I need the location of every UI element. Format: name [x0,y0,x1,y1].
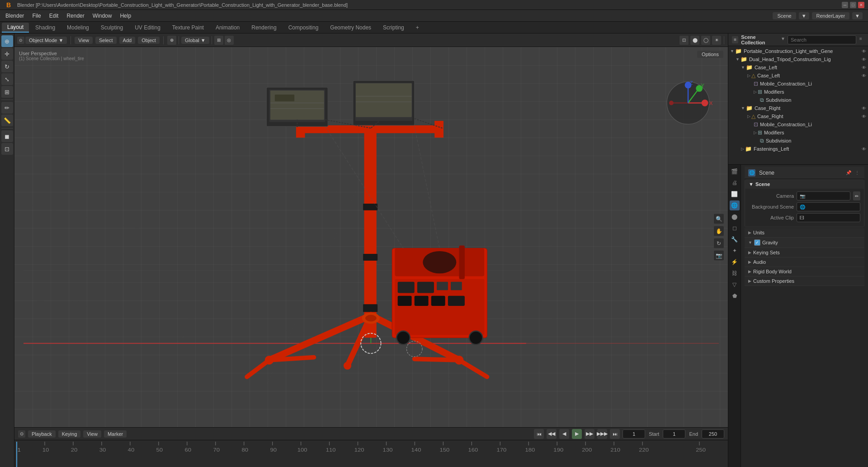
view-menu[interactable]: View [75,37,93,44]
zoom-in-btn[interactable]: 🔍 [713,214,724,224]
gravity-checkbox[interactable]: ✓ [754,239,760,246]
tab-texture-paint[interactable]: Texture Paint [167,23,209,32]
transform-tool[interactable]: ⊞ [1,86,13,98]
output-props-icon[interactable]: 🖨 [730,178,740,188]
outliner-options-icon[interactable]: ≡ [857,35,864,43]
physics-props-icon[interactable]: ⚡ [730,257,740,267]
maximize-button[interactable]: □ [850,2,856,8]
constraints-props-icon[interactable]: ⛓ [730,268,740,278]
viewport-mode-icon[interactable]: ⊙ [17,37,24,44]
add-object-tool[interactable]: ⊡ [1,143,13,155]
rotate-tool[interactable]: ↻ [1,61,13,72]
tab-animation[interactable]: Animation [210,23,245,32]
next-frame-btn[interactable]: ▶▶ [585,429,594,439]
outliner-item[interactable]: ▼ 📁 Case_Right 👁 [728,104,868,112]
units-collapse[interactable]: ▶ Units [745,228,864,238]
add-cube-tool[interactable]: ◼ [1,130,13,142]
prop-pin-icon[interactable]: 📌 [845,169,852,176]
prev-keyframe-btn[interactable]: ◀◀ [547,429,557,439]
wireframe-shading[interactable]: ⊡ [679,36,689,45]
scene-props-icon[interactable]: 🌐 [730,200,740,210]
camera-value-input[interactable]: 📷 [797,191,850,200]
view-layer-props-icon[interactable]: ⬜ [730,189,740,199]
outliner-mode-icon[interactable]: ≡ [732,36,738,43]
outliner-item[interactable]: ▷ ⊞ Modifiers [728,129,868,137]
timeline-view-menu[interactable]: View [83,430,101,438]
menu-file[interactable]: File [28,12,44,20]
tab-sculpting[interactable]: Sculpting [95,23,128,32]
start-frame-input[interactable] [663,429,685,438]
camera-view-btn[interactable]: 📷 [713,250,724,261]
menu-blender[interactable]: Blender [2,12,28,20]
scale-tool[interactable]: ⤡ [1,73,13,85]
current-frame-input[interactable] [623,429,645,438]
scene-section-header[interactable]: ▼ Scene [745,180,864,189]
rendered-shading[interactable]: ☀ [712,36,721,45]
object-menu[interactable]: Object [138,37,160,44]
viewport-options-button[interactable]: Options [697,51,723,58]
cursor-tool[interactable]: ⊕ [1,35,13,47]
close-button[interactable]: ✕ [858,2,864,8]
outliner-item[interactable]: ⊡ Mobile_Constraction_Li [728,120,868,129]
data-props-icon[interactable]: ▽ [730,280,740,290]
material-props-icon[interactable]: ⬟ [730,291,740,301]
outliner-item[interactable]: ▷ 📁 Fastenings_Left 👁 [728,145,868,153]
solid-shading[interactable]: ⬤ [690,36,699,45]
tab-rendering[interactable]: Rendering [246,23,282,32]
object-props-icon[interactable]: ◻ [730,223,740,233]
modifier-props-icon[interactable]: 🔧 [730,234,740,244]
measure-tool[interactable]: 📏 [1,114,13,126]
end-frame-input[interactable] [702,429,724,438]
audio-collapse[interactable]: ▶ Audio [745,257,864,267]
outliner-item[interactable]: ▷ ⊞ Modifiers [728,88,868,96]
tab-geometry-nodes[interactable]: Geometry Nodes [325,23,377,32]
outliner-item[interactable]: ▷ △ Case_Right 👁 [728,112,868,120]
jump-end-btn[interactable]: ⏭ [610,429,620,439]
rotate-view-btn[interactable]: ↻ [713,238,724,249]
select-menu[interactable]: Select [95,37,117,44]
scene-selector[interactable]: Scene [773,12,796,19]
active-clip-input[interactable]: 🎞 [797,213,860,222]
menu-render[interactable]: Render [63,12,88,20]
tab-modeling[interactable]: Modeling [61,23,94,32]
minimize-button[interactable]: ─ [842,2,848,8]
tab-compositing[interactable]: Compositing [283,23,324,32]
viewport-canvas[interactable]: X Y Z User Perspective (1) Scene C [14,47,728,427]
tab-uv-editing[interactable]: UV Editing [129,23,166,32]
particles-props-icon[interactable]: ✦ [730,246,740,256]
transform-orientation[interactable]: Global ▼ [181,37,209,44]
jump-start-btn[interactable]: ⏮ [534,429,544,439]
material-shading[interactable]: ◯ [701,36,710,45]
window-controls[interactable]: ─ □ ✕ [842,2,864,8]
menu-edit[interactable]: Edit [46,12,62,20]
annotate-tool[interactable]: ✏ [1,102,13,114]
menu-help[interactable]: Help [116,12,135,20]
timeline-ruler[interactable]: 1 10 20 30 40 50 60 [14,440,728,467]
next-keyframe-btn[interactable]: ▶▶▶ [597,429,607,439]
grab-btn[interactable]: ✋ [713,226,724,237]
tab-layout[interactable]: Layout [2,23,29,33]
background-scene-input[interactable]: 🌐 [797,202,860,211]
playback-menu[interactable]: Playback [28,430,56,438]
object-mode-dropdown[interactable]: Object Mode ▼ [25,37,67,44]
outliner-search-input[interactable] [788,35,856,44]
menu-window[interactable]: Window [89,12,116,20]
tab-scripting[interactable]: Scripting [377,23,410,32]
move-tool[interactable]: ✛ [1,48,13,60]
tab-add[interactable]: + [410,23,425,32]
outliner-item[interactable]: ⧉ Subdivision [728,96,868,104]
outliner-item[interactable]: ▷ △ Case_Left 👁 [728,71,868,80]
scene-dropdown-btn[interactable]: ▼ [799,12,809,19]
snap-toggle[interactable]: ⊞ [214,36,223,45]
play-btn[interactable]: ▶ [572,429,582,439]
timeline-mode-icon[interactable]: ⊙ [18,430,25,438]
prev-frame-btn[interactable]: ◀ [559,429,569,439]
outliner-item[interactable]: ⊡ Mobile_Constraction_Li [728,80,868,88]
outliner-item[interactable]: ▼ 📁 Case_Left 👁 [728,63,868,71]
outliner-item[interactable]: ▼ 📁 Portable_Construction_Light_with_Gen… [728,47,868,55]
add-menu[interactable]: Add [119,37,136,44]
gizmo-toggle[interactable]: ⊕ [167,36,176,45]
gravity-collapse[interactable]: ▼ ✓ Gravity [745,238,864,248]
proportional-editing[interactable]: ◎ [225,36,234,45]
render-props-icon[interactable]: 🎬 [730,167,740,176]
